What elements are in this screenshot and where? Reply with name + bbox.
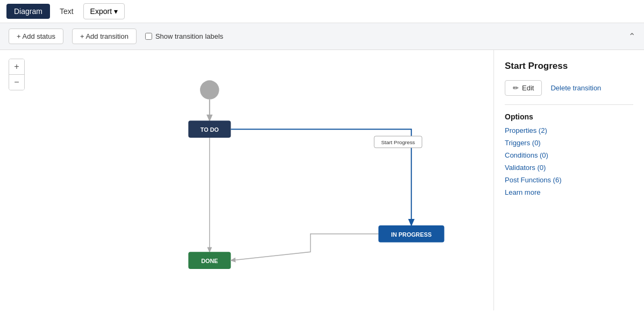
add-transition-button[interactable]: + Add transition (72, 29, 137, 44)
done-label: DONE (201, 258, 218, 264)
zoom-out-button[interactable]: − (9, 75, 24, 90)
export-label: Export (90, 7, 112, 16)
diagram-canvas[interactable]: + − TO DO DONE Start Progress (0, 50, 493, 310)
edit-icon: ✏ (513, 84, 519, 92)
tab-text[interactable]: Text (52, 4, 81, 19)
show-labels-checkbox[interactable] (145, 33, 152, 40)
show-labels-text: Show transition labels (155, 32, 223, 40)
tab-diagram[interactable]: Diagram (6, 4, 50, 19)
top-nav: Diagram Text Export ▾ (0, 0, 644, 23)
todo-label: TO DO (201, 126, 219, 133)
learn-more-link[interactable]: Learn more (505, 188, 633, 196)
diagram-svg: TO DO DONE Start Progress IN PROGRESS (0, 50, 493, 310)
options-section: Options Properties (2) Triggers (0) Cond… (505, 104, 633, 196)
options-title: Options (505, 112, 633, 121)
main-area: + − TO DO DONE Start Progress (0, 50, 644, 310)
edit-label: Edit (522, 84, 534, 92)
properties-link[interactable]: Properties (2) (505, 126, 633, 134)
export-chevron-icon: ▾ (114, 7, 118, 16)
add-status-button[interactable]: + Add status (9, 29, 63, 44)
zoom-controls: + − (9, 59, 25, 90)
start-circle (200, 80, 219, 100)
inprogress-done-arrow (231, 234, 378, 260)
right-panel: Start Progress ✏ Edit Delete transition … (493, 50, 644, 310)
collapse-button[interactable]: ⌃ (628, 31, 635, 41)
panel-actions: ✏ Edit Delete transition (505, 80, 633, 96)
show-transition-labels-label[interactable]: Show transition labels (145, 32, 223, 40)
triggers-link[interactable]: Triggers (0) (505, 139, 633, 147)
toolbar: + Add status + Add transition Show trans… (0, 23, 644, 50)
validators-link[interactable]: Validators (0) (505, 164, 633, 172)
panel-title: Start Progress (505, 61, 633, 72)
delete-transition-link[interactable]: Delete transition (550, 84, 601, 92)
export-button[interactable]: Export ▾ (83, 3, 125, 19)
post-functions-link[interactable]: Post Functions (6) (505, 176, 633, 184)
inprogress-label: IN PROGRESS (391, 231, 431, 238)
zoom-in-button[interactable]: + (9, 59, 24, 74)
start-progress-label: Start Progress (381, 139, 415, 145)
edit-button[interactable]: ✏ Edit (505, 80, 542, 96)
conditions-link[interactable]: Conditions (0) (505, 151, 633, 159)
